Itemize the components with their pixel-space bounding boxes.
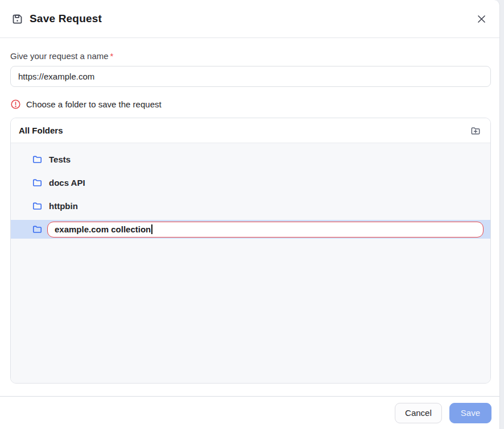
- folder-row-new-editing[interactable]: example.com collection: [11, 220, 490, 239]
- folder-icon: [32, 154, 43, 165]
- folder-row-docs-api[interactable]: docs API: [11, 173, 490, 192]
- dialog-footer: Cancel Save: [0, 396, 499, 429]
- alert-circle-icon: [10, 99, 21, 110]
- save-floppy-icon: [11, 13, 23, 25]
- required-asterisk: *: [110, 51, 114, 61]
- dialog-content: Give your request a name* Choose a folde…: [0, 38, 499, 396]
- request-name-input[interactable]: [10, 66, 491, 87]
- folder-row-httpbin[interactable]: httpbin: [11, 197, 490, 215]
- save-request-dialog: Save Request Give your request a name* C…: [0, 0, 500, 429]
- folder-icon: [32, 201, 43, 211]
- folder-list: Tests docs API httpbin: [11, 143, 490, 383]
- folder-label: docs API: [49, 178, 85, 188]
- new-folder-button[interactable]: [468, 123, 484, 139]
- cancel-button[interactable]: Cancel: [395, 403, 442, 423]
- folder-prompt: Choose a folder to save the request: [10, 99, 491, 110]
- close-button[interactable]: [474, 11, 489, 27]
- close-x-icon: [476, 14, 487, 24]
- dialog-title: Save Request: [30, 13, 102, 25]
- new-folder-name-input[interactable]: example.com collection: [47, 222, 484, 238]
- save-button[interactable]: Save: [449, 403, 491, 423]
- folder-plus-icon: [470, 125, 481, 136]
- text-caret: [151, 224, 152, 234]
- folder-row-tests[interactable]: Tests: [11, 150, 490, 169]
- dialog-header: Save Request: [0, 0, 499, 38]
- all-folders-label: All Folders: [19, 126, 63, 135]
- folder-picker-header: All Folders: [11, 118, 490, 143]
- new-folder-name-value: example.com collection: [55, 224, 151, 234]
- folder-prompt-text: Choose a folder to save the request: [26, 99, 162, 109]
- request-name-label: Give your request a name*: [10, 51, 491, 61]
- folder-picker-panel: All Folders Tests: [10, 118, 491, 384]
- folder-label: Tests: [49, 155, 71, 164]
- folder-icon: [32, 177, 43, 188]
- folder-label: httpbin: [49, 201, 78, 211]
- folder-icon: [32, 224, 43, 235]
